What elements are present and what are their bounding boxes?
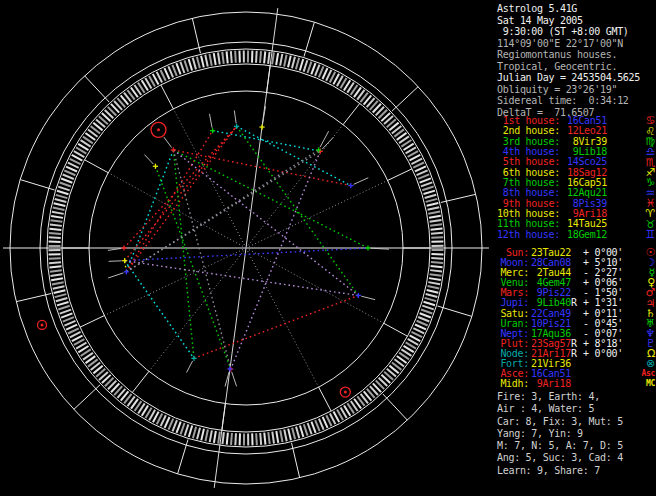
degree-tick <box>214 431 216 443</box>
house-cusp-spoke <box>149 248 246 371</box>
stat-yang-yin: Yang: 7, Yin: 9 <box>497 428 655 440</box>
degree-tick <box>280 430 282 442</box>
zodiac-sign-icon: ♊ <box>645 230 655 240</box>
degree-tick <box>53 286 65 288</box>
degree-tick <box>52 212 64 214</box>
degree-tick <box>418 174 429 178</box>
degree-tick <box>231 51 232 63</box>
degree-tick <box>431 262 443 263</box>
sun-icon-dot <box>344 391 347 394</box>
degree-tick <box>304 424 308 435</box>
degree-tick <box>49 237 61 238</box>
glyph-pointer-line <box>320 131 329 147</box>
degree-tick <box>420 178 431 182</box>
degree-tick <box>296 58 299 70</box>
degree-tick <box>172 65 176 76</box>
chart-date: Sat 14 May 2005 <box>497 15 655 27</box>
degree-tick <box>49 233 61 234</box>
sidereal-time: Sidereal time: 0:34:12 <box>497 95 655 107</box>
degree-tick <box>296 427 299 439</box>
house-cusp-spoke <box>104 248 246 316</box>
degree-tick <box>430 220 442 222</box>
degree-tick <box>227 51 228 63</box>
degree-tick <box>197 57 200 69</box>
degree-tick <box>268 432 269 444</box>
degree-tick <box>272 432 274 444</box>
planet-label: Midh: <box>497 379 529 389</box>
degree-tick <box>428 212 440 214</box>
degree-tick <box>55 294 67 297</box>
degree-tick <box>56 298 68 301</box>
degree-tick <box>429 216 441 218</box>
planet-row: Midh: 9Ari18 MC <box>497 379 655 389</box>
stat-elements-1: Fire: 3, Earth: 4, <box>497 391 655 403</box>
degree-tick <box>185 424 189 435</box>
degree-tick <box>231 433 232 445</box>
degree-tick <box>256 433 257 445</box>
glyph-pointer-line <box>108 273 123 278</box>
wheel-line <box>388 169 412 181</box>
glyph-pointer-line <box>234 110 236 123</box>
planet-position-value: 9Ari18 <box>529 379 571 389</box>
degree-tick <box>426 199 438 202</box>
degree-tick <box>205 55 207 67</box>
degree-tick <box>60 183 71 187</box>
planet-icon: Asc <box>641 369 655 379</box>
degree-tick <box>235 433 236 445</box>
degree-tick <box>218 52 220 64</box>
degree-tick <box>214 53 216 65</box>
glyph-pointer-line <box>109 261 122 262</box>
chart-time: 9:30:00 (ST +8:00 GMT) <box>497 26 655 38</box>
degree-tick <box>429 278 441 280</box>
retrograde-flag <box>571 379 578 389</box>
degree-tick <box>264 433 265 445</box>
degree-tick <box>300 59 303 70</box>
degree-tick <box>168 66 173 77</box>
degree-tick <box>276 53 278 65</box>
degree-tick <box>430 274 442 276</box>
aspect-line <box>125 261 194 359</box>
aspect-line <box>124 126 237 248</box>
degree-tick <box>431 266 443 267</box>
degree-tick <box>222 52 223 64</box>
degree-tick <box>431 237 443 238</box>
aspect-line <box>237 126 359 295</box>
degree-tick <box>424 302 435 305</box>
glyph-pointer-line <box>108 248 121 250</box>
degree-tick <box>276 431 278 443</box>
degree-tick <box>300 425 303 436</box>
degree-tick <box>60 310 71 314</box>
degree-tick <box>58 187 69 191</box>
degree-tick <box>426 294 438 297</box>
degree-tick <box>425 195 437 198</box>
degree-tick <box>52 282 64 284</box>
degree-tick <box>218 432 220 444</box>
wheel-line <box>383 394 408 420</box>
degree-tick <box>292 428 295 440</box>
aspect-line <box>126 131 212 272</box>
wheel-line <box>132 371 149 392</box>
wheel-line <box>392 87 418 112</box>
degree-tick <box>311 422 315 433</box>
glyph-pointer-line <box>209 114 212 128</box>
degree-tick <box>50 274 62 276</box>
degree-tick <box>292 57 295 69</box>
degree-tick <box>319 66 324 77</box>
glyph-pointer-line <box>187 361 193 373</box>
degree-tick <box>189 59 192 70</box>
degree-tick <box>260 51 261 63</box>
degree-tick <box>284 430 286 442</box>
sun-icon-dot <box>157 128 160 131</box>
degree-tick <box>50 270 62 271</box>
degree-tick <box>430 224 442 225</box>
aspect-line <box>237 126 351 185</box>
degree-tick <box>57 191 68 194</box>
glyph-pointer-line <box>144 155 153 165</box>
degree-tick <box>49 258 61 259</box>
wheel-line <box>267 66 271 93</box>
house-row: 12th house:18Gem12♊ <box>497 230 655 240</box>
degree-tick <box>431 229 443 230</box>
aspect-line <box>194 295 358 358</box>
degree-tick <box>304 60 308 71</box>
degree-tick <box>420 313 431 317</box>
